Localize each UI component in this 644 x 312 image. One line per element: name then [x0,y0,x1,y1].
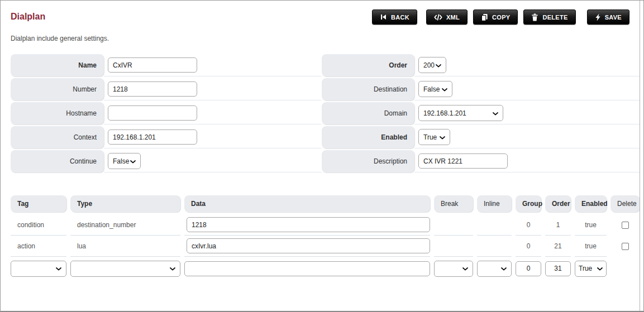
new-inline-cell [477,257,512,280]
row1-group-cell: 0 [516,214,541,236]
back-button-label: BACK [391,14,409,21]
row2-break-cell [434,236,473,257]
xml-button-label: XML [446,14,460,21]
new-group-input[interactable] [516,261,541,276]
new-break-select[interactable] [434,261,473,277]
context-control-cell [104,126,322,148]
chevron-down-icon [501,265,507,272]
form-row-enabled: Enabled True [322,126,640,148]
enabled-select[interactable]: True [418,129,450,145]
copy-icon [481,13,488,21]
chevron-down-icon [436,61,441,69]
form-row-hostname: Hostname [11,102,322,124]
continue-label: Continue [11,150,104,172]
row2-inline-cell [477,236,512,257]
save-button-label: SAVE [605,14,622,21]
description-input[interactable] [418,153,508,169]
row1-enabled-cell: true [575,214,607,236]
copy-button-label: COPY [492,14,510,21]
new-type-select[interactable] [70,261,180,277]
row2-data-input[interactable] [187,238,430,253]
form-row-description: Description [322,150,640,172]
trash-icon [531,13,538,21]
row2-type-cell: lua [70,236,180,257]
table-row: condition destination_number 0 1 true [11,214,640,236]
dialplan-page: Dialplan BACK XML COPY [0,0,644,312]
group-column-header: Group [516,195,541,212]
row2-delete-checkbox[interactable] [622,243,629,250]
back-button[interactable]: BACK [372,9,417,25]
page-header: Dialplan BACK XML COPY [11,9,629,25]
break-column-header: Break [434,195,473,212]
order-select-value: 200 [423,61,435,69]
row1-break-cell [434,214,473,236]
lightning-icon [595,13,601,21]
form-row-order: Order 200 [322,54,640,76]
row1-delete-checkbox[interactable] [622,222,629,229]
code-icon [434,14,442,21]
continue-select-value: False [113,157,129,165]
domain-label: Domain [322,102,414,124]
new-enabled-cell: True [575,257,607,280]
table-row: action lua 0 21 true [11,236,640,257]
row2-tag-cell: action [11,236,66,257]
new-entry-row: True [11,257,640,280]
page-title: Dialplan [11,9,45,22]
description-control-cell [414,150,640,172]
context-input[interactable] [108,129,197,145]
inline-column-header: Inline [477,195,512,212]
new-delete-cell [610,257,640,280]
chevron-down-icon [440,133,445,141]
new-enabled-select-value: True [579,265,592,272]
form-row-domain: Domain 192.168.1.201 [322,102,640,124]
new-data-cell [184,257,430,280]
form-left-column: Name Number Hostname Context [11,54,322,174]
hostname-input[interactable] [108,105,197,121]
new-enabled-select[interactable]: True [575,261,607,277]
destination-select[interactable]: False [418,81,452,97]
save-button[interactable]: SAVE [587,9,629,25]
chevron-down-icon [493,109,498,117]
row1-tag-cell: condition [11,214,66,236]
new-inline-select[interactable] [477,261,512,277]
form-row-continue: Continue False [11,150,322,172]
row2-order-cell: 21 [545,236,571,257]
new-break-cell [434,257,473,280]
form-row-context: Context [11,126,322,148]
order-label: Order [322,54,414,76]
number-input[interactable] [108,81,197,97]
chevron-down-icon [130,157,136,165]
page-subtitle: Dialplan include general settings. [11,35,633,42]
order-column-header: Order [545,195,571,212]
new-order-input[interactable] [545,261,571,276]
tag-column-header: Tag [11,195,66,212]
chevron-down-icon [462,265,468,272]
xml-button[interactable]: XML [426,9,468,25]
form-row-name: Name [11,54,322,76]
number-control-cell [104,78,322,100]
continue-control-cell: False [104,150,322,172]
new-data-input[interactable] [184,261,430,276]
destination-control-cell: False [414,78,640,100]
copy-button[interactable]: COPY [473,9,518,25]
new-type-cell [70,257,180,280]
order-select[interactable]: 200 [418,57,446,73]
new-order-cell [545,257,571,280]
description-label: Description [322,150,414,172]
row2-data-cell [184,236,430,257]
continue-select[interactable]: False [108,153,141,169]
enabled-column-header: Enabled [575,195,607,212]
delete-button-label: DELETE [542,14,567,21]
name-input[interactable] [108,57,197,73]
delete-button[interactable]: DELETE [523,9,575,25]
row1-inline-cell [477,214,512,236]
row1-data-input[interactable] [187,217,430,232]
new-tag-select[interactable] [11,261,66,277]
new-tag-cell [11,257,66,280]
hostname-label: Hostname [11,102,104,124]
domain-select-value: 192.168.1.201 [423,109,466,117]
domain-control-cell: 192.168.1.201 [414,102,640,124]
chevron-down-icon [442,85,447,93]
enabled-control-cell: True [414,126,640,148]
domain-select[interactable]: 192.168.1.201 [418,105,503,121]
